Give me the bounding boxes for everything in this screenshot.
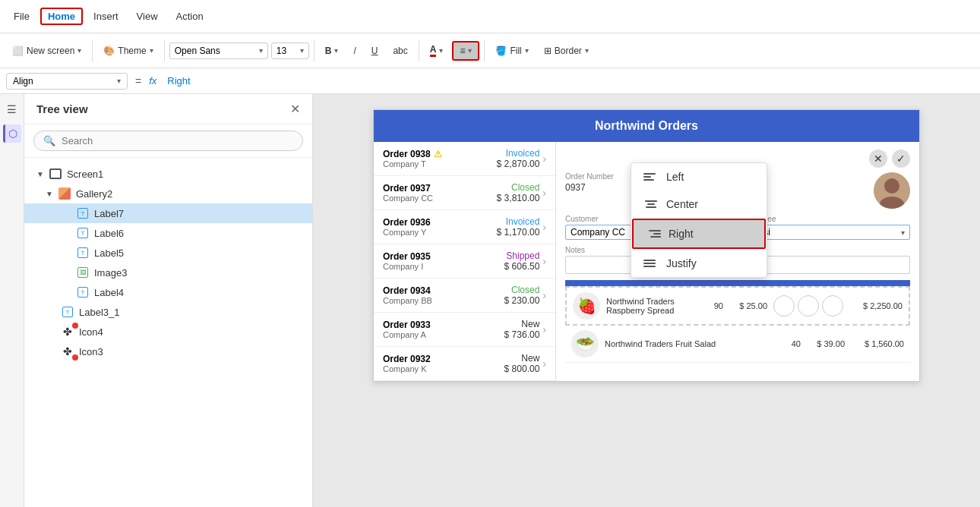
align-justify-item[interactable]: Justify	[631, 250, 767, 277]
order-row-0936[interactable]: Order 0936 Company Y Invoiced $ 1,170.00…	[374, 210, 555, 244]
product-row-1[interactable]: 🥗 Northwind Traders Fruit Salad 40 $ 39.…	[565, 326, 910, 363]
tree-item-label5[interactable]: T Label5	[24, 243, 312, 263]
screen-node-icon	[49, 167, 62, 181]
order-amount-0932: $ 800.00	[504, 364, 540, 374]
order-num-0938: Order 0938 ⚠	[383, 149, 497, 159]
product-emoji-0: 🍓	[573, 292, 600, 320]
order-status-0936: Invoiced	[497, 216, 540, 227]
align-center-label: Center	[666, 198, 698, 210]
underline-button[interactable]: U	[365, 43, 384, 59]
employee-label: Employee	[742, 215, 910, 223]
align-left-item[interactable]: Left	[631, 163, 767, 191]
bold-button[interactable]: B ▾	[319, 43, 345, 59]
tree-item-screen1[interactable]: ▼ Screen1	[24, 164, 312, 184]
tree-title: Tree view	[36, 102, 88, 115]
formulabar: Align ▾ = fx Right	[0, 68, 980, 94]
new-screen-button[interactable]: ⬜ New screen ▾	[6, 43, 87, 59]
tree-item-icon4[interactable]: ✤ Icon4	[24, 322, 312, 342]
cancel-action-button[interactable]: ✕	[869, 150, 887, 168]
theme-button[interactable]: 🎨 Theme ▾	[97, 43, 159, 59]
font-family-select[interactable]: Open Sans ▾	[169, 43, 268, 59]
tree-item-icon3[interactable]: ✤ Icon3	[24, 342, 312, 361]
order-company-0938: Company T	[383, 159, 497, 168]
order-num-0935: Order 0935	[383, 251, 504, 262]
theme-label: Theme	[118, 46, 146, 56]
align-left-icon	[643, 173, 659, 181]
order-row-0933[interactable]: Order 0933 Company A New $ 736.00 ›	[374, 313, 555, 347]
product-row-0[interactable]: 🍓 Northwind Traders Raspberry Spread 90 …	[565, 286, 910, 326]
align-button[interactable]: ≡ ▾	[452, 41, 479, 61]
hamburger-icon[interactable]: ☰	[3, 100, 21, 118]
product-price-1: $ 39.00	[807, 339, 845, 348]
order-company-0937: Company CC	[383, 194, 497, 203]
product-btn-3[interactable]	[822, 295, 843, 316]
screen1-label: Screen1	[67, 168, 103, 180]
order-status-0938: Invoiced	[497, 148, 540, 159]
order-amount-0938: $ 2,870.00	[497, 159, 540, 169]
order-row-0935[interactable]: Order 0935 Company I Shipped $ 606.50 ›	[374, 244, 555, 279]
order-row-0932[interactable]: Order 0932 Company K New $ 800.00 ›	[374, 347, 555, 381]
tree-item-label7[interactable]: T Label7	[24, 203, 312, 223]
menu-file[interactable]: File	[6, 8, 37, 25]
border-icon: ⊞	[544, 46, 552, 56]
font-size-chevron: ▾	[300, 46, 304, 55]
emp-photo-container	[874, 172, 910, 209]
order-row-0934[interactable]: Order 0934 Company BB Closed $ 230.00 ›	[374, 279, 555, 313]
italic-label: /	[353, 46, 356, 56]
tree-item-label3-1[interactable]: T Label3_1	[24, 302, 312, 322]
image3-icon: 🖼	[76, 266, 90, 279]
label6-icon: T	[76, 226, 90, 240]
employee-select[interactable]: Rossi ▾	[742, 225, 910, 240]
theme-icon: 🎨	[103, 46, 115, 56]
strikethrough-button[interactable]: abc	[387, 43, 413, 59]
product-name-1: Northwind Traders Fruit Salad	[605, 339, 772, 348]
strikethrough-label: abc	[393, 46, 407, 56]
order-right-0933: New $ 736.00	[504, 319, 540, 340]
tree-item-gallery2[interactable]: ▼ Gallery2	[24, 184, 312, 203]
tree-item-label6[interactable]: T Label6	[24, 223, 312, 243]
svg-point-0	[884, 178, 899, 194]
confirm-action-button[interactable]: ✓	[892, 150, 910, 168]
order-row-0937[interactable]: Order 0937 Company CC Closed $ 3,810.00 …	[374, 176, 555, 210]
menu-home[interactable]: Home	[40, 8, 83, 25]
order-amount-0937: $ 3,810.00	[497, 193, 540, 203]
order-chevron-0933: ›	[542, 323, 546, 335]
product-thumb-0: 🍓	[573, 292, 600, 320]
order-status-0933: New	[504, 319, 540, 329]
tree-item-image3[interactable]: 🖼 Image3	[24, 263, 312, 282]
icon3-node: ✤	[61, 345, 74, 358]
border-button[interactable]: ⊞ Border ▾	[538, 43, 595, 59]
align-center-item[interactable]: Center	[631, 191, 767, 218]
font-color-chevron: ▾	[439, 46, 443, 55]
expand-icon: ▼	[36, 170, 44, 178]
icon4-node: ✤	[61, 325, 74, 339]
menu-action[interactable]: Action	[169, 8, 211, 25]
product-btn-1[interactable]	[773, 295, 795, 316]
italic-button[interactable]: /	[347, 43, 362, 59]
divider-4	[419, 40, 419, 61]
layers-icon[interactable]: ⬡	[3, 124, 21, 143]
order-info-0938: Order 0938 ⚠ Company T	[383, 149, 497, 168]
tree-close-button[interactable]: ✕	[290, 102, 300, 116]
border-label: Border	[555, 46, 582, 56]
menu-view[interactable]: View	[129, 8, 166, 25]
order-info-0937: Order 0937 Company CC	[383, 183, 497, 203]
label7-icon: T	[76, 206, 90, 220]
fx-button[interactable]: fx	[149, 75, 156, 87]
font-color-button[interactable]: A ▾	[424, 41, 450, 60]
property-select[interactable]: Align ▾	[6, 73, 128, 90]
font-size-select[interactable]: 13 ▾	[271, 43, 309, 59]
product-btn-2[interactable]	[798, 295, 819, 316]
bold-chevron: ▾	[334, 46, 338, 55]
border-chevron: ▾	[585, 46, 589, 55]
order-chevron-0935: ›	[542, 255, 546, 267]
fill-button[interactable]: 🪣 Fill ▾	[489, 43, 534, 59]
tree-item-label4[interactable]: T Label4	[24, 282, 312, 302]
order-right-0935: Shipped $ 606.50	[504, 250, 540, 272]
search-input[interactable]	[62, 135, 293, 146]
menu-insert[interactable]: Insert	[86, 8, 126, 25]
divider-5	[484, 40, 485, 61]
toolbar: ⬜ New screen ▾ 🎨 Theme ▾ Open Sans ▾ 13 …	[0, 33, 980, 68]
order-row-0938[interactable]: Order 0938 ⚠ Company T Invoiced $ 2,870.…	[374, 142, 555, 176]
align-right-item[interactable]: Right	[632, 219, 766, 249]
